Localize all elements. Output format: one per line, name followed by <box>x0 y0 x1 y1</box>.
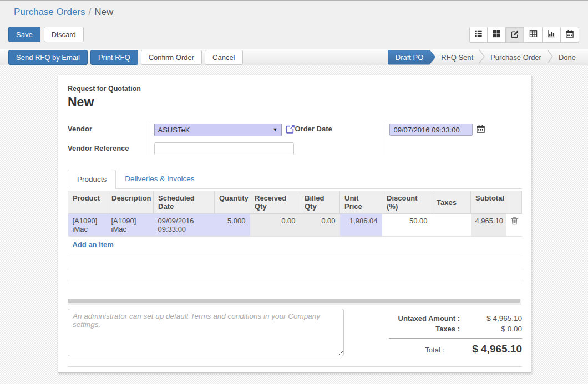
pivot-view-button[interactable] <box>524 27 543 43</box>
field-group: Vendor Vendor Reference ASUSTeK ▼ <box>68 123 522 155</box>
sheet-bottom-divider <box>68 366 522 367</box>
discard-button[interactable]: Discard <box>44 27 84 42</box>
cell-product[interactable]: [A1090] iMac <box>68 214 107 237</box>
totals-block: Untaxed Amount : $ 4,965.10 Taxes : $ 0.… <box>367 309 522 358</box>
vendor-reference-label: Vendor Reference <box>68 142 148 152</box>
col-actions <box>506 191 522 214</box>
cell-scheduled-date[interactable]: 09/09/2016 09:33:00 <box>154 214 215 237</box>
breadcrumb: Purchase Orders/New <box>0 1 588 18</box>
total-value: $ 4,965.10 <box>444 343 522 355</box>
col-scheduled-date[interactable]: Scheduled Date <box>154 191 215 214</box>
col-discount[interactable]: Discount (%) <box>382 191 432 214</box>
status-rfq-sent[interactable]: RFQ Sent <box>435 53 479 62</box>
status-bar: Send RFQ by Email Print RFQ Confirm Orde… <box>0 49 588 65</box>
edit-form-icon <box>511 30 519 40</box>
list-icon <box>474 30 483 39</box>
col-description[interactable]: Description <box>107 191 154 214</box>
order-date-label: Order Date <box>295 123 383 133</box>
cell-taxes[interactable] <box>432 214 471 237</box>
cell-quantity[interactable]: 5.000 <box>215 214 250 237</box>
cell-discount[interactable]: 50.00 <box>382 214 432 237</box>
delete-line-button[interactable] <box>506 214 522 237</box>
col-product[interactable]: Product <box>68 191 107 214</box>
top-bar: Purchase Orders/New Save Discard <box>0 0 588 49</box>
select-arrow-icon: ▼ <box>273 127 278 132</box>
calendar-view-button[interactable] <box>561 27 579 43</box>
col-quantity[interactable]: Quantity <box>215 191 250 214</box>
record-actions: Save Discard <box>8 27 84 42</box>
calendar-icon <box>566 30 574 39</box>
table-header-row: Product Description Scheduled Date Quant… <box>68 191 522 214</box>
breadcrumb-separator: / <box>89 7 92 17</box>
send-rfq-by-email-button[interactable]: Send RFQ by Email <box>8 50 88 65</box>
chevron-right-icon <box>479 49 485 65</box>
scrollbar-thumb[interactable] <box>68 299 520 303</box>
save-button[interactable]: Save <box>8 27 40 42</box>
breadcrumb-purchase-orders[interactable]: Purchase Orders <box>14 7 85 17</box>
empty-row <box>68 283 522 298</box>
status-draft-po[interactable]: Draft PO <box>388 50 436 65</box>
calendar-picker-icon[interactable] <box>477 125 485 135</box>
col-unit-price[interactable]: Unit Price <box>340 191 382 214</box>
untaxed-amount-label: Untaxed Amount : <box>398 314 460 322</box>
page-title: New <box>68 95 522 110</box>
tab-deliveries-invoices[interactable]: Deliveries & Invoices <box>116 170 203 188</box>
tab-products[interactable]: Products <box>68 170 116 189</box>
col-subtotal[interactable]: Subtotal <box>471 191 506 214</box>
vendor-value: ASUSTeK <box>158 126 190 134</box>
terms-and-conditions <box>68 309 344 358</box>
cell-unit-price[interactable]: 1,986.04 <box>340 214 382 237</box>
vendor-select[interactable]: ASUSTeK ▼ <box>154 124 282 136</box>
view-switcher <box>469 27 579 43</box>
graph-view-button[interactable] <box>543 27 561 43</box>
form-sheet: Request for Quotation New Vendor Vendor … <box>58 75 531 373</box>
form-background: Request for Quotation New Vendor Vendor … <box>0 65 588 384</box>
cell-billed-qty: 0.00 <box>300 214 340 237</box>
col-received-qty[interactable]: Received Qty <box>250 191 300 214</box>
kanban-view-button[interactable] <box>488 27 506 43</box>
cell-received-qty: 0.00 <box>250 214 300 237</box>
vendor-label: Vendor <box>68 123 148 133</box>
external-link-icon[interactable] <box>286 124 295 135</box>
taxes-label: Taxes : <box>435 325 460 333</box>
order-date-input[interactable] <box>389 124 473 136</box>
print-rfq-button[interactable]: Print RFQ <box>90 50 138 65</box>
status-done[interactable]: Done <box>553 53 581 62</box>
chevron-right-icon <box>547 49 553 65</box>
document-type-label: Request for Quotation <box>68 85 522 93</box>
form-view-button[interactable] <box>506 27 524 43</box>
untaxed-amount-value: $ 4,965.10 <box>460 314 522 322</box>
kanban-icon <box>493 30 500 39</box>
footer-section: Untaxed Amount : $ 4,965.10 Taxes : $ 0.… <box>68 309 522 358</box>
pivot-table-icon <box>529 30 538 39</box>
cell-description[interactable]: [A1090] iMac <box>107 214 154 237</box>
trash-icon <box>511 218 518 227</box>
totals-divider <box>389 338 522 339</box>
table-horizontal-scrollbar[interactable] <box>68 299 521 305</box>
notebook-tabs: Products Deliveries & Invoices <box>68 170 522 189</box>
breadcrumb-current: New <box>94 7 113 17</box>
cell-subtotal: 4,965.10 <box>471 214 506 237</box>
cancel-button[interactable]: Cancel <box>205 50 242 65</box>
terms-textarea[interactable] <box>68 309 344 356</box>
confirm-order-button[interactable]: Confirm Order <box>141 50 202 65</box>
bar-chart-icon <box>548 30 556 39</box>
table-row[interactable]: [A1090] iMac [A1090] iMac 09/09/2016 09:… <box>68 214 522 237</box>
status-pipeline: Draft PO RFQ Sent Purchase Order Done <box>388 49 588 65</box>
list-view-button[interactable] <box>469 27 488 43</box>
add-item-row: Add an item <box>68 237 522 253</box>
workflow-buttons: Send RFQ by Email Print RFQ Confirm Orde… <box>0 50 243 65</box>
add-an-item-link[interactable]: Add an item <box>68 237 522 253</box>
order-lines-table: Product Description Scheduled Date Quant… <box>68 191 522 298</box>
vendor-reference-input[interactable] <box>154 142 294 155</box>
total-label: Total : <box>425 346 444 354</box>
empty-row <box>68 253 522 268</box>
col-taxes[interactable]: Taxes <box>432 191 471 214</box>
taxes-value: $ 0.00 <box>460 325 522 333</box>
status-purchase-order[interactable]: Purchase Order <box>485 53 547 62</box>
empty-row <box>68 268 522 283</box>
col-billed-qty[interactable]: Billed Qty <box>300 191 340 214</box>
